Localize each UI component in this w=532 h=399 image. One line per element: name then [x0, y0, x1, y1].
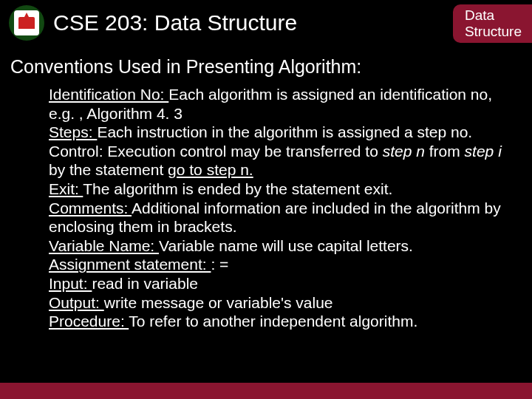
item-comments: Comments: Additional information are inc… [49, 199, 517, 236]
section-title: Conventions Used in Presenting Algorithm… [0, 46, 532, 85]
item-text: write message or variable's value [104, 294, 333, 311]
item-exit: Exit: The algorithm is ended by the stat… [49, 180, 517, 199]
item-label: Variable Name: [49, 237, 159, 254]
badge-line-2: Structure [465, 24, 522, 39]
item-label: Identification No: [49, 86, 168, 103]
item-label: Steps: [49, 123, 97, 140]
item-text: Variable name will use capital letters. [159, 237, 413, 254]
italic-text: step n [383, 143, 425, 160]
course-title: CSE 203: Data Structure [53, 10, 297, 35]
footer-bar [0, 383, 532, 399]
topic-badge: Data Structure [453, 4, 532, 43]
item-text: Each instruction in the algorithm is ass… [97, 123, 472, 140]
item-text: Execution control may be transferred to [103, 143, 383, 160]
item-label: Control: [49, 143, 103, 160]
item-identification: Identification No: Each algorithm is ass… [49, 85, 517, 123]
slide-header: CSE 203: Data Structure Data Structure [0, 0, 532, 46]
badge-line-1: Data [465, 7, 494, 23]
item-text: To refer to another independent algorith… [129, 313, 417, 330]
item-label: Output: [49, 294, 104, 311]
underline-text: go to step n. [168, 161, 253, 178]
item-assignment: Assignment statement: : = [49, 255, 517, 274]
item-label: Procedure: [49, 313, 129, 330]
item-label: Assignment statement: [49, 256, 211, 273]
item-control: Control: Execution control may be transf… [49, 142, 517, 180]
item-input: Input: read in variable [49, 274, 517, 293]
item-label: Comments: [49, 200, 132, 216]
item-label: Exit: [49, 180, 83, 197]
university-logo [9, 5, 44, 41]
item-text: : = [211, 256, 228, 273]
item-label: Input: [49, 275, 92, 292]
item-variable-name: Variable Name: Variable name will use ca… [49, 236, 517, 256]
item-text: from [425, 143, 465, 160]
italic-text: step i [465, 143, 502, 160]
item-steps: Steps: Each instruction in the algorithm… [49, 123, 517, 142]
content-body: Identification No: Each algorithm is ass… [0, 85, 532, 331]
item-text: The algorithm is ended by the statement … [83, 180, 392, 197]
item-text: by the statement [49, 161, 168, 178]
item-output: Output: write message or variable's valu… [49, 293, 517, 313]
item-procedure: Procedure: To refer to another independe… [49, 312, 517, 331]
item-text: read in variable [92, 275, 198, 292]
